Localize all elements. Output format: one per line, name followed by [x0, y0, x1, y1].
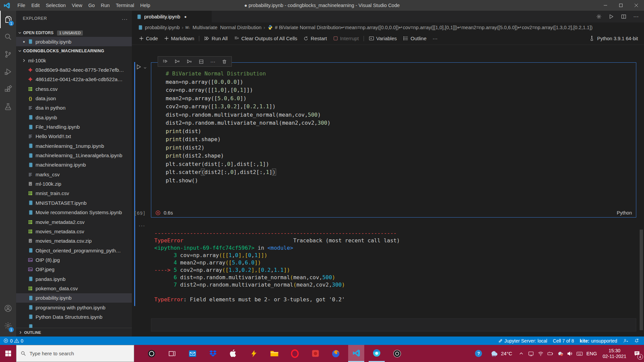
file-row[interactable]: OIP.jpeg [16, 265, 132, 274]
run-below-icon[interactable] [186, 59, 192, 64]
touch-keyboard-icon[interactable] [575, 345, 584, 362]
kernel-picker[interactable]: Python 3.9.1 64-bit [590, 36, 638, 41]
menu-view[interactable]: View [69, 3, 85, 8]
run-cell-button[interactable] [136, 64, 142, 70]
minimize-button[interactable] [598, 0, 613, 11]
add-markdown-cell-button[interactable]: Markdown [161, 34, 197, 43]
cell-position-indicator[interactable]: Cell 7 of 8 [553, 338, 574, 344]
menu-terminal[interactable]: Terminal [113, 3, 137, 8]
file-row[interactable]: programming with python.ipynb [16, 303, 132, 312]
vscode-taskbar-icon[interactable] [348, 345, 364, 362]
mail-taskbar-icon[interactable] [184, 345, 201, 362]
clear-outputs-button[interactable]: Clear Outputs of All Cells [231, 34, 301, 43]
breadcrumb-item[interactable]: probability.ipynb [145, 25, 180, 30]
cortana-taskbar-icon[interactable] [144, 345, 160, 362]
breadcrumb-item[interactable]: # BiVariate Normal Distribution↵mean=np.… [275, 25, 593, 30]
file-row[interactable]: Python Data Structutres.ipynb [16, 312, 132, 321]
file-row[interactable]: marks_csv [16, 170, 132, 179]
testing-icon[interactable] [0, 98, 16, 115]
problems-warnings[interactable]: 0 [14, 338, 23, 344]
cell-language[interactable]: Python [617, 210, 632, 216]
extensions-icon[interactable] [0, 80, 16, 98]
delete-cell-icon[interactable] [222, 59, 227, 64]
more-cell-actions-icon[interactable]: ··· [210, 59, 215, 64]
taskbar-search-input[interactable]: Type here to search [16, 345, 134, 362]
task-view-taskbar-icon[interactable] [164, 345, 180, 362]
chrome-taskbar-icon[interactable] [369, 345, 385, 362]
file-row[interactable]: MNISTDATASET.ipynb [16, 198, 132, 207]
explorer-icon[interactable]: 1 [0, 11, 16, 28]
run-debug-icon[interactable] [0, 63, 16, 80]
battery-icon[interactable] [545, 345, 555, 362]
help-icon[interactable]: ? [474, 345, 483, 362]
file-row[interactable]: machienlearning_1nump.ipynb [16, 141, 132, 150]
file-row[interactable]: movies_metadata.csv.zip [16, 236, 132, 246]
settings-icon[interactable]: 1 [0, 317, 16, 335]
open-editors-header[interactable]: OPEN EDITORS 1 UNSAVED [16, 29, 132, 37]
file-explorer-taskbar-icon[interactable] [266, 345, 282, 362]
file-row[interactable]: dsa in python [16, 103, 132, 113]
editor-scrollbar[interactable] [640, 230, 643, 330]
jupyter-server-status[interactable]: Jupyter Server: local [498, 338, 547, 344]
menu-run[interactable]: Run [98, 3, 113, 8]
red-app-taskbar-icon[interactable] [307, 345, 323, 362]
file-row[interactable]: OIP (8).jpg [16, 255, 132, 264]
file-row[interactable]: probability.ipynb [16, 293, 132, 303]
apple-taskbar-icon[interactable] [225, 345, 241, 362]
run-above-icon[interactable] [174, 59, 180, 64]
firefox-taskbar-icon[interactable] [328, 345, 344, 362]
menu-file[interactable]: File [14, 3, 28, 8]
weather-widget[interactable]: 24°C [489, 350, 512, 357]
file-row[interactable]: 4861d21e-0041-422a-a3e6-cdb522a… [16, 75, 132, 84]
accounts-icon[interactable] [0, 300, 16, 317]
file-row[interactable]: Hello World!!.txt [16, 132, 132, 141]
cell-code[interactable]: # BiVariate Normal Distributionmean=np.a… [166, 70, 330, 185]
search-icon[interactable] [0, 28, 16, 46]
menu-help[interactable]: Help [137, 3, 153, 8]
file-row[interactable]: ml-100k.zip [16, 179, 132, 188]
file-row[interactable]: Movie recommendation Systems.ipynb [16, 208, 132, 217]
split-cell-icon[interactable] [199, 59, 204, 64]
code-cell[interactable]: # BiVariate Normal Distributionmean=np.a… [151, 62, 636, 218]
obs-taskbar-icon[interactable] [389, 345, 405, 362]
action-center-icon[interactable]: 4 [630, 345, 644, 362]
onedrive-sync-error-icon[interactable] [555, 345, 565, 362]
file-row[interactable]: machinelearning.ipynb [16, 160, 132, 170]
file-row[interactable]: pokemon_data.csv [16, 284, 132, 293]
volume-icon[interactable] [565, 345, 575, 362]
file-row[interactable]: Object_oriented_programming_pyth… [16, 246, 132, 255]
close-button[interactable] [629, 0, 644, 11]
opera-taskbar-icon[interactable] [287, 345, 303, 362]
outline-button[interactable]: Outline [400, 34, 430, 43]
breadcrumb-item[interactable]: Multivariate Normal Distribution [193, 25, 261, 30]
more-actions-icon[interactable]: ··· [633, 14, 639, 20]
file-row[interactable]: File_Handling.ipynb [16, 122, 132, 131]
tablet-mode-icon[interactable] [526, 345, 536, 362]
input-language-indicator[interactable]: ENG [584, 351, 599, 356]
output-collapse-icon[interactable]: ··· [139, 223, 145, 229]
clock[interactable]: 15:30 02-11-2021 [599, 348, 630, 359]
notebook-settings-gear-icon[interactable] [596, 14, 602, 19]
maximize-button[interactable] [613, 0, 629, 11]
menu-go[interactable]: Go [85, 3, 98, 8]
sidebar-more-actions-icon[interactable]: ··· [122, 16, 128, 29]
file-row[interactable]: mnist_train.csv [16, 189, 132, 198]
file-row[interactable]: movies_metadata.csv [16, 227, 132, 236]
problems-errors[interactable]: 0 [3, 338, 13, 344]
dropbox-taskbar-icon[interactable] [205, 345, 221, 362]
wifi-icon[interactable] [536, 345, 545, 362]
collapse-cell-icon[interactable] [143, 66, 147, 70]
file-row[interactable] [16, 322, 132, 328]
feedback-icon[interactable] [623, 338, 628, 344]
toolbar-more-icon[interactable]: ··· [430, 34, 441, 43]
open-editor-item[interactable]: ● probability.ipynb [16, 37, 132, 46]
menu-selection[interactable]: Selection [43, 3, 69, 8]
show-hidden-icons-chevron[interactable] [516, 345, 526, 362]
file-row[interactable]: {}data.json [16, 94, 132, 103]
source-control-icon[interactable] [0, 46, 16, 63]
file-row[interactable]: machinelearning_1Linearalgebra.ipynb [16, 150, 132, 160]
menu-edit[interactable]: Edit [28, 3, 43, 8]
workspace-folder-header[interactable]: CODINGBLOCKS_MACHINELEARNING [16, 46, 132, 56]
tab-probability-ipynb[interactable]: probability.ipynb ● [132, 11, 212, 22]
add-code-cell-button[interactable]: Code [136, 34, 161, 43]
